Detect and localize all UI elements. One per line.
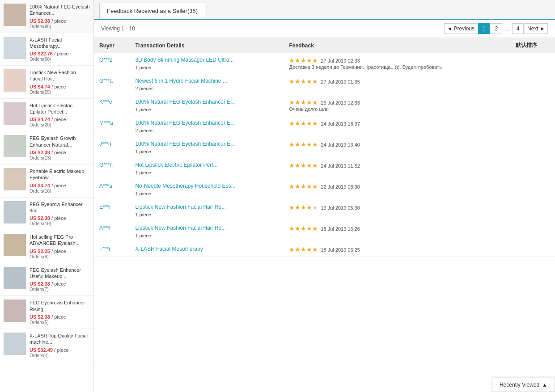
sidebar-item-8[interactable]: FEG Eyelash Enhancer Useful Makeup... US…: [0, 263, 93, 296]
pagination-next[interactable]: Next ►: [525, 23, 548, 34]
pagination-page1[interactable]: 1: [478, 23, 490, 34]
qty-text-8: 1 piece: [135, 233, 278, 238]
sidebar-thumb-7: [4, 234, 26, 256]
feedback-date-8: 18 Jul 2019 16:26: [321, 226, 360, 232]
qty-text-6: 1 piece: [135, 191, 278, 196]
col-buyer: Buyer: [94, 38, 130, 53]
buyer-link-7[interactable]: E***r: [99, 204, 111, 210]
sidebar-item-orders-1: Orders(60): [30, 57, 90, 62]
sort-cell-6: [510, 179, 555, 200]
product-link-2[interactable]: 100% Natural FEG Eyelash Enhancer E...: [135, 99, 235, 105]
sidebar-item-5[interactable]: Portable Electric Makeup Eyebrow... US $…: [0, 164, 93, 198]
transaction-cell-9: X-LASH Facial Mesotherapy: [130, 242, 284, 257]
feedback-date-5: 24 Jul 2019 11:52: [321, 163, 360, 169]
sidebar-item-title-4: FEG Eyelash Growth Enhancer Natural...: [30, 135, 90, 148]
qty-text-4: 1 piece: [135, 149, 278, 154]
sidebar-item-title-10: X-LASH Top Quality Facial machine...: [30, 333, 90, 346]
feedback-cell-6: ★★★★★22 Jul 2019 08:30: [284, 179, 510, 200]
product-link-3[interactable]: 100% Natural FEG Eyelash Enhancer E...: [135, 120, 235, 126]
buyer-link-0[interactable]: O***z: [99, 57, 112, 63]
feedback-cell-0: ★★★★★27 Jul 2019 02:33Доставка 3 недели …: [284, 53, 510, 74]
sidebar-item-info-10: X-LASH Top Quality Facial machine... US …: [30, 333, 90, 358]
sort-cell-9: [510, 242, 555, 257]
buyer-link-3[interactable]: M***a: [99, 120, 113, 126]
product-link-6[interactable]: No-Needle Mesotherapy Household Ess...: [135, 183, 235, 189]
sidebar-item-price-9: US $2.38 / piece: [30, 314, 90, 320]
feedback-date-0: 27 Jul 2019 02:33: [321, 58, 360, 63]
buyer-link-4[interactable]: J***n: [99, 141, 111, 147]
buyer-cell-3: M***a: [94, 116, 130, 137]
sidebar-item-title-1: X-LASH Facial Mesotherapy...: [30, 37, 90, 50]
pagination-page2[interactable]: 2: [491, 23, 502, 34]
transaction-cell-5: Hot Lipstick Electric Epilator Perf... 1…: [130, 158, 284, 179]
buyer-cell-8: A***l: [94, 221, 130, 242]
feedback-cell-9: ★★★★★18 Jul 2019 06:25: [284, 242, 510, 257]
feedback-text-0: Доставка 3 недели до Германии. Красотища…: [289, 64, 441, 70]
sidebar-item-info-3: Hot Lipstick Electric Epilator Perfect..…: [30, 102, 90, 128]
sidebar-item-price-0: US $2.38 / piece: [30, 18, 90, 24]
buyer-link-5[interactable]: G***n: [99, 162, 113, 168]
buyer-link-2[interactable]: K***e: [99, 99, 112, 105]
buyer-cell-4: J***n: [94, 137, 130, 158]
buyer-link-9[interactable]: T***i: [99, 246, 110, 252]
sidebar-item-price-5: US $4.74 / piece: [30, 182, 90, 189]
sidebar-item-3[interactable]: Hot Lipstick Electric Epilator Perfect..…: [0, 99, 93, 132]
recently-viewed-bar[interactable]: Recently Viewed ▲: [492, 378, 555, 392]
recently-viewed-label: Recently Viewed: [500, 382, 539, 388]
sidebar-item-6[interactable]: FEG Eyebrow Enhancer 3ml US $2.38 / piec…: [0, 198, 93, 231]
product-link-7[interactable]: Lipstick New Fashion Facial Hair Re...: [135, 204, 226, 210]
sidebar-item-price-8: US $2.38 / piece: [30, 281, 90, 287]
pagination-previous[interactable]: ◄ Previous: [444, 23, 477, 34]
sidebar-item-10[interactable]: X-LASH Top Quality Facial machine... US …: [0, 329, 93, 362]
sidebar-item-price-1: US $22.76 / piece: [30, 51, 90, 57]
qty-text-3: 2 pieces: [135, 128, 278, 133]
buyer-link-1[interactable]: G***a: [99, 78, 113, 84]
sidebar-item-4[interactable]: FEG Eyelash Growth Enhancer Natural... U…: [0, 131, 93, 164]
sidebar-thumb-8: [4, 267, 26, 289]
sidebar-item-2[interactable]: Lipstick New Fashion Facial Hair... US $…: [0, 66, 93, 99]
product-link-4[interactable]: 100% Natural FEG Eyelash Enhancer E...: [135, 141, 235, 147]
feedback-date-6: 22 Jul 2019 08:30: [321, 184, 360, 190]
qty-text-0: 1 piece: [135, 65, 278, 70]
feedback-text-2: Очень долго шли: [289, 106, 328, 112]
product-link-9[interactable]: X-LASH Facial Mesotherapy: [135, 246, 203, 252]
transaction-cell-1: Newest 6 in 1 Hydro Facial Machine ... 2…: [130, 74, 284, 95]
sidebar-item-1[interactable]: X-LASH Facial Mesotherapy... US $22.76 /…: [0, 33, 93, 66]
sidebar-item-info-4: FEG Eyelash Growth Enhancer Natural... U…: [30, 135, 90, 160]
tab-feedback[interactable]: Feedback Received as a Seller(35): [99, 3, 205, 19]
buyer-link-6[interactable]: A***a: [99, 183, 112, 189]
col-feedback: Feedback: [284, 38, 510, 53]
buyer-link-8[interactable]: A***l: [99, 225, 110, 231]
sidebar-item-7[interactable]: Hot selling FEG Pro ADVANCED Eyelash... …: [0, 230, 93, 263]
sidebar-item-orders-8: Orders(7): [30, 287, 90, 292]
feedback-cell-8: ★★★★★18 Jul 2019 16:26: [284, 221, 510, 242]
col-sort[interactable]: 默认排序: [510, 38, 555, 53]
feedback-cell-5: ★★★★★24 Jul 2019 11:52: [284, 158, 510, 179]
buyer-cell-5: G***n: [94, 158, 130, 179]
sidebar-item-orders-3: Orders(20): [30, 122, 90, 127]
pagination-page4[interactable]: 4: [512, 23, 524, 34]
buyer-cell-6: A***a: [94, 179, 130, 200]
sidebar-item-9[interactable]: FEG Eyebrows Enhancer Rising US $2.38 / …: [0, 296, 93, 329]
product-link-5[interactable]: Hot Lipstick Electric Epilator Perf...: [135, 162, 217, 168]
sidebar-item-info-9: FEG Eyebrows Enhancer Rising US $2.38 / …: [30, 299, 90, 325]
sidebar-thumb-2: [4, 69, 26, 92]
product-link-0[interactable]: 3D Body Slimming Massager LED Ultra...: [135, 57, 233, 63]
sidebar-item-price-3: US $4.74 / piece: [30, 116, 90, 122]
sort-cell-1: [510, 74, 555, 95]
feedback-date-4: 24 Jul 2019 13:40: [321, 142, 360, 148]
qty-text-7: 1 piece: [135, 212, 278, 217]
sidebar-thumb-6: [4, 201, 26, 223]
transaction-cell-6: No-Needle Mesotherapy Household Ess... 1…: [130, 179, 284, 200]
viewing-row: Viewing 1 - 10 ◄ Previous 1 2 ... 4 Next…: [94, 20, 555, 38]
sidebar-item-0[interactable]: 100% Natural FEG Eyelash Enhancer... US …: [0, 0, 93, 33]
sort-cell-0: [510, 53, 555, 74]
transaction-cell-3: 100% Natural FEG Eyelash Enhancer E... 2…: [130, 116, 284, 137]
feedback-date-1: 27 Jul 2019 01:35: [321, 79, 360, 84]
sort-cell-5: [510, 158, 555, 179]
table-row: A***a No-Needle Mesotherapy Household Es…: [94, 179, 555, 200]
sidebar-item-info-6: FEG Eyebrow Enhancer 3ml US $2.38 / piec…: [30, 201, 90, 227]
product-link-8[interactable]: Lipstick New Fashion Facial Hair Re...: [135, 225, 226, 231]
product-link-1[interactable]: Newest 6 in 1 Hydro Facial Machine ...: [135, 78, 227, 84]
sidebar-item-price-7: US $2.25 / piece: [30, 248, 90, 254]
